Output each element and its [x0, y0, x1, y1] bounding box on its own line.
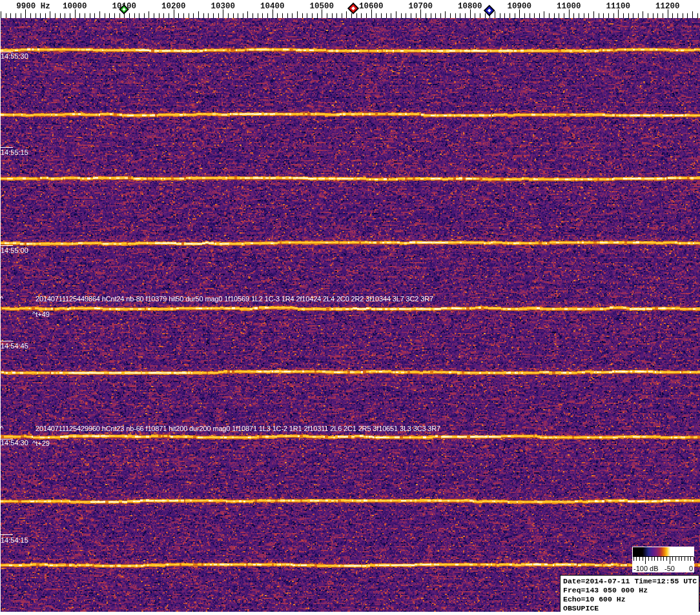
svg-text:11100: 11100 [606, 2, 630, 11]
svg-text:10400: 10400 [260, 2, 285, 11]
svg-text:10700: 10700 [408, 2, 433, 11]
svg-text:11200: 11200 [655, 2, 680, 11]
svg-text:10900: 10900 [507, 2, 531, 11]
svg-text:10500: 10500 [309, 2, 334, 11]
svg-text:11000: 11000 [557, 2, 581, 11]
svg-text:10200: 10200 [161, 2, 186, 11]
svg-text:10800: 10800 [458, 2, 482, 11]
svg-text:10000: 10000 [63, 2, 87, 11]
svg-text:10600: 10600 [359, 2, 384, 11]
svg-text:9900 Hz: 9900 Hz [16, 2, 50, 11]
svg-text:10300: 10300 [211, 2, 235, 11]
